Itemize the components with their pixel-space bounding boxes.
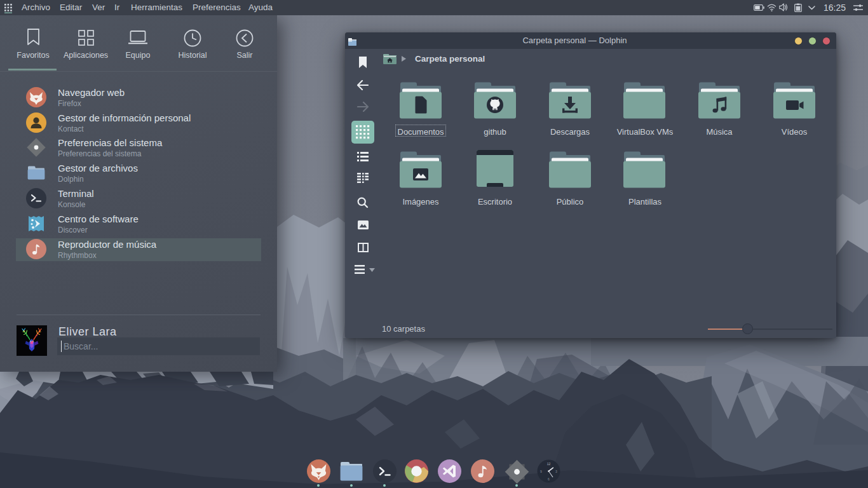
svg-text:3: 3 xyxy=(555,470,557,473)
svg-text:9: 9 xyxy=(540,470,542,473)
svg-text:12: 12 xyxy=(547,462,551,466)
svg-text:6: 6 xyxy=(548,477,550,481)
